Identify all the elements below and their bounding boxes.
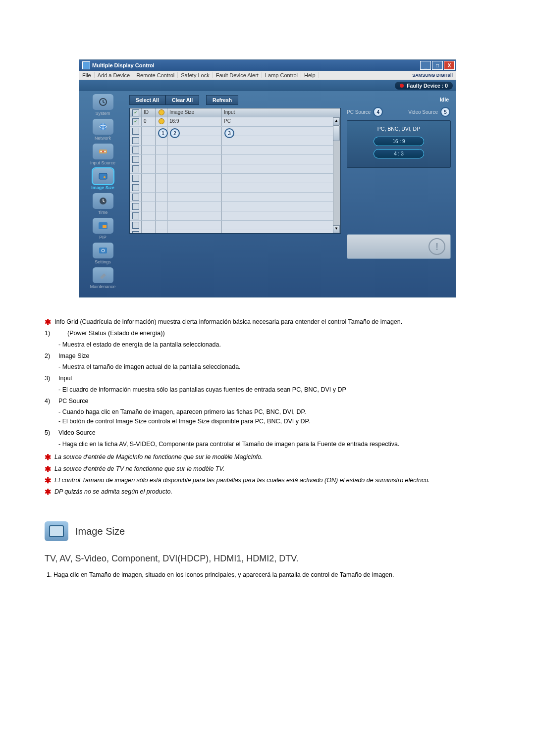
select-all-button[interactable]: Select All (129, 95, 165, 105)
table-row[interactable] (130, 136, 340, 146)
col-check[interactable] (130, 108, 142, 117)
sidebar-item-input-source[interactable]: Input Source (79, 144, 126, 165)
exclamation-icon: ! (428, 238, 445, 255)
section-subtitle: TV, AV, S-Video, Component, DVI(HDCP), H… (45, 552, 490, 565)
header-checkbox-icon[interactable] (132, 109, 139, 116)
row-checkbox[interactable] (132, 203, 139, 210)
menu-remote-control[interactable]: Remote Control (133, 72, 178, 78)
tab-pc-source[interactable]: PC Source4 (347, 106, 383, 117)
table-row[interactable] (130, 221, 340, 230)
grid-body: 0 16:9 PC 1 2 3 (130, 117, 340, 233)
menu-lamp-control[interactable]: Lamp Control (262, 72, 301, 78)
callout-4-icon: 4 (373, 107, 383, 117)
table-row[interactable] (130, 155, 340, 164)
info-grid: ID Image Size Input 0 16:9 PC (129, 108, 341, 234)
right-panel: Idle PC Source4 Video Source5 PC, BNC, D… (347, 95, 451, 267)
col-power[interactable] (156, 108, 167, 117)
row-checkbox[interactable] (132, 156, 139, 163)
sidebar-item-settings[interactable]: Settings (79, 243, 126, 264)
faulty-badge: Faulty Device : 0 (395, 82, 453, 90)
grid-panel: Select All Clear All Refresh ID Image Si… (129, 95, 341, 267)
svg-rect-12 (99, 248, 107, 253)
list-num: 2) (45, 352, 58, 361)
svg-point-6 (104, 151, 106, 152)
scroll-down-icon[interactable]: ▼ (333, 225, 340, 233)
svg-rect-11 (103, 225, 107, 228)
sidebar-item-pip[interactable]: PIP (79, 218, 126, 240)
row-checkbox[interactable] (132, 118, 139, 125)
option-16-9-button[interactable]: 16 : 9 (374, 137, 424, 146)
item-desc: - Muestra el estado de energía de la pan… (65, 340, 490, 350)
table-row[interactable] (130, 193, 340, 202)
maximize-button[interactable]: □ (432, 61, 443, 70)
table-row[interactable] (130, 174, 340, 183)
svg-point-4 (100, 151, 102, 152)
row-checkbox[interactable] (132, 194, 139, 201)
tab-video-source[interactable]: Video Source5 (408, 106, 451, 117)
sidebar-item-maintenance[interactable]: Maintenance (79, 267, 126, 289)
table-row[interactable] (130, 164, 340, 174)
table-row[interactable] (130, 202, 340, 211)
clear-all-button[interactable]: Clear All (165, 95, 199, 105)
scroll-thumb[interactable] (333, 125, 340, 141)
sidebar-item-image-size[interactable]: Image Size (79, 168, 126, 190)
menu-file[interactable]: File (79, 72, 95, 78)
faulty-row: Faulty Device : 0 (79, 80, 456, 91)
time-icon (93, 193, 113, 209)
list-num: 5) (45, 428, 58, 438)
col-input[interactable]: Input (222, 108, 340, 117)
table-row[interactable] (130, 230, 340, 233)
row-checkbox[interactable] (132, 128, 139, 135)
sidebar-item-label: Time (98, 210, 108, 215)
scroll-up-icon[interactable]: ▲ (333, 117, 340, 125)
menu-add-device[interactable]: Add a Device (95, 72, 133, 78)
row-checkbox[interactable] (132, 165, 139, 172)
scrollbar[interactable]: ▲ ▼ (333, 117, 340, 233)
row-checkbox[interactable] (132, 137, 139, 144)
sidebar-item-label: Maintenance (90, 284, 116, 289)
item-title: Image Size (58, 352, 90, 361)
section-list: Haga clic en Tamaño de imagen, situado e… (54, 570, 490, 580)
input-source-icon (93, 144, 113, 159)
sidebar-item-time[interactable]: Time (79, 193, 126, 215)
table-row[interactable] (130, 211, 340, 221)
row-checkbox[interactable] (132, 147, 139, 153)
table-row[interactable]: 0 16:9 PC (130, 117, 340, 127)
sidebar-item-label: PIP (99, 235, 107, 240)
minimize-button[interactable]: _ (420, 61, 431, 70)
refresh-button[interactable]: Refresh (206, 95, 238, 105)
sidebar-item-system[interactable]: System (79, 94, 126, 116)
row-checkbox[interactable] (132, 184, 139, 191)
svg-rect-7 (99, 173, 107, 179)
close-button[interactable]: X (444, 61, 455, 70)
col-image-size[interactable]: Image Size (167, 108, 222, 117)
star-icon: ✱ (45, 464, 54, 474)
sidebar-item-label: Image Size (91, 185, 114, 190)
item-desc: - El botón de control Image Size control… (65, 417, 490, 426)
table-row[interactable] (130, 183, 340, 193)
faulty-label: Faulty Device : 0 (407, 83, 448, 89)
app-icon (82, 61, 90, 69)
row-checkbox[interactable] (132, 175, 139, 182)
option-4-3-button[interactable]: 4 : 3 (374, 149, 424, 158)
col-id[interactable]: ID (142, 108, 156, 117)
table-row[interactable]: 1 2 3 (130, 127, 340, 136)
menu-help[interactable]: Help (301, 72, 319, 78)
menu-fault-alert[interactable]: Fault Device Alert (213, 72, 262, 78)
item-title: (Power Status (Estado de energía)) (67, 329, 165, 338)
source-tabs: PC Source4 Video Source5 (347, 106, 451, 117)
sidebar-item-network[interactable]: Network (79, 119, 126, 141)
row-checkbox[interactable] (132, 222, 139, 229)
list-num: 3) (45, 374, 58, 383)
item-title: Input (58, 374, 72, 383)
titlebar: Multiple Display Control _ □ X (79, 60, 456, 71)
table-row[interactable] (130, 146, 340, 155)
main-area: Select All Clear All Refresh ID Image Si… (126, 91, 456, 297)
sidebar-item-label: Network (95, 136, 111, 141)
sidebar: System Network Input Source Image Size T… (79, 91, 126, 297)
menu-safety-lock[interactable]: Safety Lock (178, 72, 213, 78)
star-note: La source d'entrée de MagicInfo ne fonct… (54, 453, 263, 462)
pip-icon (93, 218, 113, 234)
row-checkbox[interactable] (132, 212, 139, 219)
row-checkbox[interactable] (132, 231, 139, 233)
